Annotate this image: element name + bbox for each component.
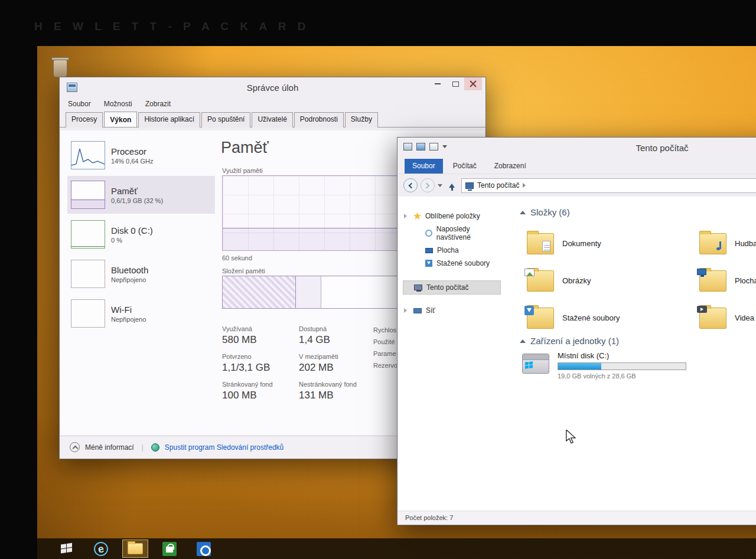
menu-soubor[interactable]: Soubor <box>68 100 91 108</box>
history-dropdown-icon[interactable] <box>438 184 442 187</box>
back-button[interactable] <box>403 178 418 192</box>
resource-monitor-icon <box>151 443 159 452</box>
address-bar[interactable]: Tento počítač <box>461 178 756 193</box>
taskbar-item-store[interactable] <box>157 540 183 558</box>
memory-in-use-segment <box>223 276 296 308</box>
drive-item-c[interactable]: Místní disk (C:) 19,0 GB volných z 28,6 … <box>522 351 686 380</box>
sidebar-item-name: Wi-Fi <box>111 305 146 315</box>
folder-icon-downloads <box>527 308 554 329</box>
memory-heading: Paměť <box>221 139 269 157</box>
taskbar: e <box>37 538 756 559</box>
close-button[interactable] <box>464 77 482 90</box>
stat-value: 580 MB <box>222 334 299 346</box>
sidebar-item-detail: Nepřipojeno <box>111 276 148 283</box>
folders-group-header[interactable]: Složky (6) <box>520 207 570 217</box>
hw-label: Parame <box>373 350 397 362</box>
sidebar-item-disk[interactable]: Disk 0 (C:) 0 % <box>67 215 215 253</box>
nav-favorites-header[interactable]: Oblíbené položky <box>398 210 504 223</box>
tab-sluzby[interactable]: Služby <box>345 112 378 128</box>
folder-item-dokumenty[interactable]: Dokumenty <box>527 225 699 262</box>
sidebar-item-detail: 14% 0,64 GHz <box>111 158 154 165</box>
explorer-titlebar[interactable]: Tento počítač <box>397 138 756 159</box>
laptop-brand-text: H E W L E T T - P A C K A R D <box>34 20 310 33</box>
cpu-graph-thumbnail <box>71 141 105 169</box>
folder-icon-documents <box>527 233 554 254</box>
hw-label: Použité <box>373 338 397 350</box>
folder-label: Stažené soubory <box>562 313 620 322</box>
collapse-triangle-icon <box>520 339 526 343</box>
nav-item-this-pc[interactable]: Tento počítač <box>403 280 501 295</box>
tab-podrobnosti[interactable]: Podrobnosti <box>294 112 344 128</box>
nav-item-downloads[interactable]: Stažené soubory <box>398 257 504 270</box>
maximize-button[interactable] <box>447 77 464 90</box>
folder-item-hudba[interactable]: Hudba <box>699 225 756 262</box>
open-resource-monitor-link[interactable]: Spustit program Sledování prostředků <box>165 443 284 452</box>
sidebar-item-detail: 0 % <box>111 237 153 244</box>
stat-value: 131 MB <box>299 390 387 401</box>
this-pc-icon <box>414 285 422 290</box>
explorer-window: Tento počítač Soubor Počítač Zobrazení T… <box>397 137 756 525</box>
nav-label: Naposledy navštívené <box>436 225 504 241</box>
desktop-overlay-icon <box>697 269 706 275</box>
file-explorer-icon <box>128 543 143 554</box>
taskbar-item-internet-explorer[interactable]: e <box>88 540 114 558</box>
collapse-chevron-icon[interactable] <box>70 442 80 452</box>
minimize-button[interactable] <box>429 77 447 90</box>
folder-item-stazene-soubory[interactable]: Stažené soubory <box>527 299 699 336</box>
drive-name: Místní disk (C:) <box>558 351 686 360</box>
menu-moznosti[interactable]: Možnosti <box>104 100 132 108</box>
address-computer-icon <box>465 182 474 189</box>
tab-po-spusteni[interactable]: Po spuštění <box>201 112 250 128</box>
qat-computer-icon[interactable] <box>403 143 412 151</box>
sidebar-item-pamet[interactable]: Paměť 0,6/1,9 GB (32 %) <box>67 176 215 214</box>
ribbon-tab-soubor[interactable]: Soubor <box>405 159 443 174</box>
memory-composition-label: Složení paměti <box>222 267 265 274</box>
sidebar-item-procesor[interactable]: Procesor 14% 0,64 GHz <box>67 136 215 174</box>
folder-item-videa[interactable]: Videa <box>699 299 756 336</box>
maximize-icon <box>452 81 459 87</box>
qat-new-folder-icon[interactable] <box>429 143 438 151</box>
qat-dropdown-icon[interactable] <box>442 145 447 148</box>
menu-zobrazit[interactable]: Zobrazit <box>145 100 171 108</box>
stat-label: Využívaná <box>222 325 299 332</box>
desktop: Správce úloh Soubor Možnosti Zobrazit Pr… <box>37 46 756 559</box>
tab-vykon[interactable]: Výkon <box>104 112 137 127</box>
less-info-button[interactable]: Méně informací <box>85 443 134 452</box>
folder-item-plocha[interactable]: Plocha <box>699 262 756 299</box>
nav-item-recent[interactable]: Naposledy navštívené <box>398 223 504 244</box>
task-manager-titlebar[interactable]: Správce úloh <box>60 77 485 99</box>
taskbar-item-file-explorer[interactable] <box>122 540 148 558</box>
footer-divider: | <box>142 443 144 452</box>
qat-properties-icon[interactable] <box>416 143 425 151</box>
recycle-bin-icon[interactable] <box>51 55 69 79</box>
nav-item-desktop[interactable]: Plocha <box>398 244 504 257</box>
taskbar-item-photos[interactable] <box>191 540 217 558</box>
forward-button[interactable] <box>421 178 435 192</box>
tab-historie-aplikaci[interactable]: Historie aplikací <box>138 112 200 128</box>
address-chevron-icon[interactable] <box>523 183 526 188</box>
stat-label: Nestránkovaný fond <box>299 381 387 388</box>
nav-label: Tento počítač <box>426 283 468 292</box>
folder-label: Dokumenty <box>562 239 601 248</box>
ribbon-tabstrip: Soubor Počítač Zobrazení <box>397 159 756 174</box>
close-icon <box>470 80 477 87</box>
status-bar: Počet položek: 7 <box>398 511 756 524</box>
devices-group-header[interactable]: Zařízení a jednotky (1) <box>520 336 619 346</box>
tab-procesy[interactable]: Procesy <box>66 112 103 128</box>
start-button[interactable] <box>54 540 80 558</box>
favorites-star-icon <box>413 213 421 220</box>
sidebar-item-bluetooth[interactable]: Bluetooth Nepřipojeno <box>67 255 215 293</box>
folder-item-obrazky[interactable]: Obrázky <box>527 262 699 299</box>
windows-start-icon <box>61 543 73 555</box>
sidebar-item-wifi[interactable]: Wi-Fi Nepřipojeno <box>67 295 215 332</box>
stat-value: 100 MB <box>222 390 299 401</box>
task-manager-tabstrip: Procesy Výkon Historie aplikací Po spušt… <box>60 112 485 128</box>
picture-overlay-icon <box>524 269 535 276</box>
ribbon-tab-pocitac[interactable]: Počítač <box>445 159 484 174</box>
ribbon-tab-zobrazeni[interactable]: Zobrazení <box>487 159 534 174</box>
up-button[interactable] <box>445 179 458 192</box>
folder-label: Plocha <box>735 276 756 285</box>
nav-item-network[interactable]: Síť <box>398 304 504 317</box>
folder-view: Složky (6) Dokumenty Hudba <box>504 197 756 511</box>
tab-uzivatele[interactable]: Uživatelé <box>252 112 292 128</box>
